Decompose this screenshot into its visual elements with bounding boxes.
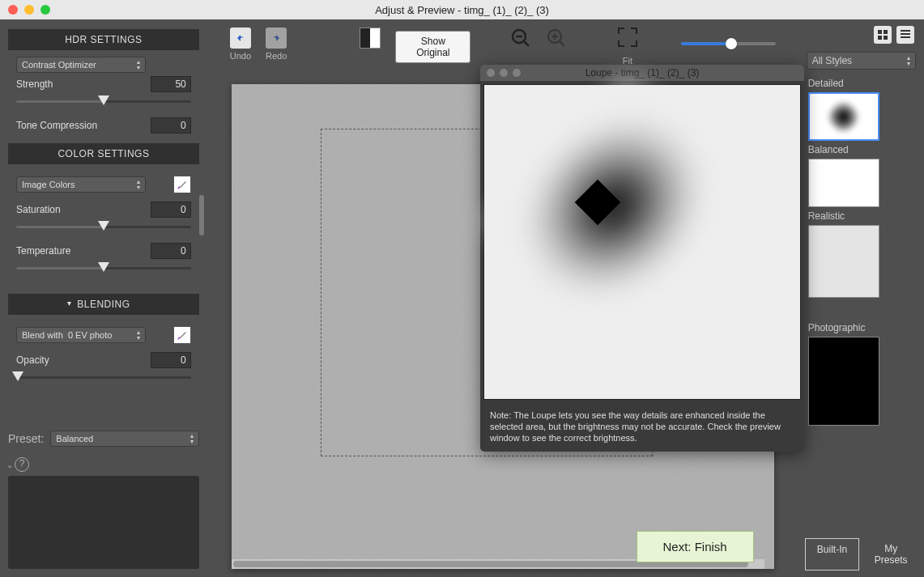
blend-with-dropdown[interactable]: Blend with 0 EV photo ▴▾ [16, 327, 146, 343]
style-filter-dropdown[interactable]: All Styles ▴▾ [807, 52, 916, 70]
preset-thumb-photographic[interactable] [808, 225, 879, 298]
saturation-label: Saturation [16, 204, 61, 215]
show-original-button[interactable]: Show Original [395, 31, 471, 63]
help-button[interactable]: ? [15, 457, 29, 472]
list-icon [900, 29, 911, 40]
blending-header[interactable]: BLENDING [8, 294, 199, 315]
log-panel [8, 476, 199, 569]
hdr-method-value: Contrast Optimizer [22, 60, 96, 70]
preset-item-label: Balanced [808, 144, 914, 155]
blend-brush-button[interactable] [173, 326, 191, 344]
redo-icon [268, 30, 284, 46]
blend-with-label: Blend with [22, 330, 63, 340]
saturation-slider[interactable] [16, 226, 191, 228]
opacity-value[interactable]: 0 [151, 352, 191, 368]
minimize-window-button[interactable] [24, 5, 34, 15]
preset-label: Preset: [8, 432, 44, 445]
loupe-window[interactable]: Loupe - timg_ (1)_ (2)_ (3) Note: The Lo… [480, 65, 804, 452]
loupe-note: Note: The Loupe lets you see the way det… [480, 403, 804, 452]
color-mode-dropdown[interactable]: Image Colors ▴▾ [16, 176, 146, 193]
preset-thumb-dark[interactable] [808, 337, 879, 426]
dropdown-arrows-icon: ▴▾ [907, 55, 910, 66]
redo-button[interactable] [266, 28, 287, 49]
opacity-slider[interactable] [16, 376, 191, 379]
zoom-slider[interactable] [681, 42, 776, 45]
strength-slider[interactable] [16, 100, 191, 103]
window-title: Adjust & Preview - timg_ (1)_ (2)_ (3) [0, 4, 924, 16]
color-mode-value: Image Colors [22, 180, 75, 189]
dropdown-arrows-icon: ▴▾ [137, 179, 140, 190]
maximize-window-button[interactable] [40, 5, 50, 15]
next-finish-button[interactable]: Next: Finish [637, 531, 754, 562]
settings-panel: HDR SETTINGS Contrast Optimizer ▴▾ Stren… [0, 19, 207, 577]
loupe-title: Loupe - timg_ (1)_ (2)_ (3) [480, 67, 804, 78]
preset-dropdown[interactable]: Balanced ▴▾ [50, 431, 198, 447]
style-filter-value: All Styles [812, 55, 852, 66]
temperature-label: Temperature [16, 245, 70, 257]
preset-value: Balanced [56, 434, 93, 443]
svg-rect-8 [901, 36, 910, 38]
preset-thumb-realistic[interactable] [808, 159, 879, 207]
window-titlebar: Adjust & Preview - timg_ (1)_ (2)_ (3) [0, 0, 924, 19]
close-window-button[interactable] [8, 5, 18, 15]
svg-rect-7 [901, 33, 910, 35]
color-scrollbar[interactable] [199, 195, 204, 235]
blend-with-value: 0 EV photo [68, 330, 112, 340]
split-preview-button[interactable] [360, 28, 381, 49]
temperature-slider[interactable] [16, 267, 191, 269]
strength-value[interactable]: 50 [151, 76, 191, 92]
fit-button[interactable] [618, 28, 637, 47]
svg-rect-4 [878, 36, 882, 40]
thumbnails-view-button[interactable] [874, 26, 892, 44]
preset-thumb-balanced[interactable] [808, 92, 879, 141]
loupe-canvas [483, 84, 801, 400]
tone-compression-value[interactable]: 0 [151, 117, 191, 134]
zoom-in-icon [546, 28, 567, 49]
tone-compression-label: Tone Compression [16, 120, 97, 131]
undo-label: Undo [230, 51, 251, 61]
color-brush-button[interactable] [173, 176, 191, 193]
list-view-button[interactable] [896, 26, 914, 44]
preset-item-label: Realistic [808, 210, 914, 222]
presets-panel: All Styles ▴▾ Detailed Balanced Realisti… [798, 19, 924, 577]
dropdown-arrows-icon: ▴▾ [137, 59, 140, 70]
dropdown-arrows-icon: ▴▾ [190, 433, 194, 444]
my-presets-tab[interactable]: My Presets [864, 538, 918, 571]
svg-rect-6 [901, 30, 910, 32]
svg-rect-2 [878, 30, 882, 34]
zoom-in-button[interactable] [546, 28, 567, 49]
preset-item-label: Photographic [808, 322, 914, 333]
expand-chevron-icon[interactable]: ⌄ [6, 460, 13, 469]
svg-rect-3 [884, 30, 888, 34]
saturation-value[interactable]: 0 [151, 202, 191, 218]
preset-item-label: Detailed [808, 78, 914, 89]
zoom-out-button[interactable] [510, 28, 531, 49]
builtin-tab[interactable]: Built-In [805, 538, 860, 571]
svg-rect-5 [884, 36, 888, 40]
zoom-out-icon [510, 28, 531, 49]
temperature-value[interactable]: 0 [151, 243, 191, 259]
dropdown-arrows-icon: ▴▾ [137, 329, 140, 341]
hdr-settings-header: HDR SETTINGS [8, 29, 199, 50]
hdr-method-dropdown[interactable]: Contrast Optimizer ▴▾ [16, 57, 146, 73]
undo-button[interactable] [230, 28, 251, 49]
color-settings-header: COLOR SETTINGS [8, 143, 199, 164]
thumbnails-icon [877, 29, 888, 40]
undo-icon [232, 30, 249, 46]
opacity-label: Opacity [16, 354, 49, 366]
redo-label: Redo [266, 51, 287, 61]
strength-label: Strength [16, 78, 53, 90]
